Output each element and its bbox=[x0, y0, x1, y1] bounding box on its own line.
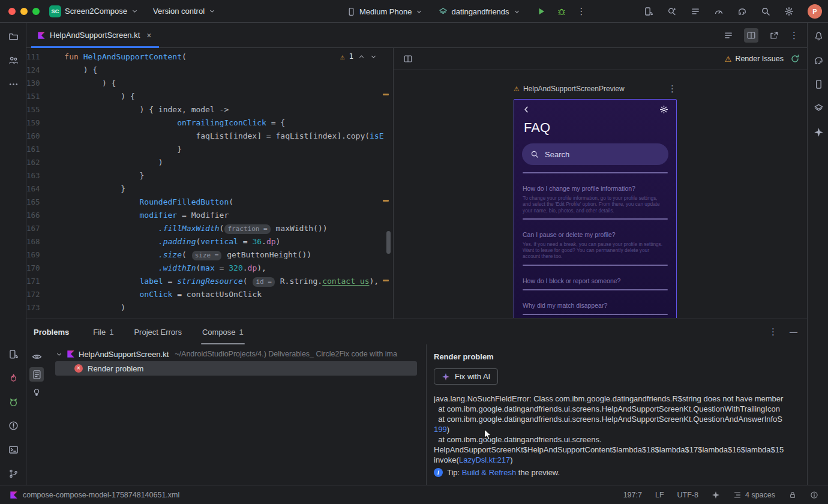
gemini-tool-icon[interactable] bbox=[811, 125, 826, 139]
render-issues-widget[interactable]: ⚠ Render Issues bbox=[725, 55, 784, 63]
preview-card-title[interactable]: ⚠ HelpAndSupportScreenPreview ⋮ bbox=[514, 83, 677, 94]
code-line[interactable]: 155 ) { index, model -> bbox=[26, 103, 393, 116]
line-separator[interactable]: LF bbox=[655, 491, 664, 499]
editor-list-icon[interactable] bbox=[721, 28, 736, 43]
faq-item[interactable]: How do I change my profile information?T… bbox=[523, 173, 668, 220]
code-line[interactable]: 167 .fillMaxWidth(fraction = maxWidth()) bbox=[26, 222, 393, 235]
panel-more-icon[interactable]: ⋮ bbox=[769, 326, 778, 337]
problems-tool-icon[interactable] bbox=[6, 418, 20, 433]
gradle-tool-icon[interactable] bbox=[811, 53, 826, 67]
build-menu-icon[interactable] bbox=[691, 7, 700, 16]
view-options-eye-icon[interactable] bbox=[29, 349, 44, 364]
code-line[interactable]: 124 ) { bbox=[26, 64, 393, 77]
code-line[interactable]: 173 ) bbox=[26, 301, 393, 314]
minimize-window-button[interactable] bbox=[20, 8, 28, 15]
editor-pane[interactable]: 111 fun HelpAndSupportContent(124 ) {130… bbox=[26, 48, 393, 319]
settings-gear-icon[interactable] bbox=[659, 105, 668, 114]
ai-status-sparkle-icon[interactable] bbox=[712, 491, 720, 499]
gradle-sync-icon[interactable] bbox=[737, 7, 747, 16]
split-editor-icon[interactable] bbox=[744, 28, 758, 43]
close-tab-icon[interactable]: × bbox=[146, 31, 151, 40]
prev-warning-icon[interactable] bbox=[358, 53, 365, 61]
user-avatar[interactable]: P bbox=[808, 4, 822, 19]
panel-minimize-icon[interactable]: — bbox=[790, 328, 797, 337]
logcat-icon[interactable] bbox=[6, 395, 20, 409]
device-selector[interactable]: Medium Phone bbox=[347, 7, 423, 16]
caret-position[interactable]: 197:7 bbox=[623, 491, 642, 499]
problems-error-row[interactable]: × Render problem bbox=[55, 361, 417, 376]
file-encoding[interactable]: UTF-8 bbox=[677, 491, 698, 499]
detach-editor-icon[interactable] bbox=[767, 28, 781, 43]
tab-project-errors[interactable]: Project Errors bbox=[133, 319, 182, 344]
next-warning-icon[interactable] bbox=[370, 53, 377, 61]
app-quality-insights-icon[interactable] bbox=[6, 371, 20, 385]
info-circle-icon[interactable] bbox=[810, 491, 818, 499]
faq-item[interactable]: Can I pause or delete my profile?Yes. If… bbox=[523, 220, 668, 266]
project-tool-icon[interactable] bbox=[6, 29, 20, 43]
more-actions-icon[interactable]: ⋮ bbox=[577, 6, 586, 17]
warning-stripe-mark[interactable] bbox=[383, 200, 389, 202]
code-line[interactable]: 130 ) { bbox=[26, 77, 393, 90]
quick-fix-bulb-icon[interactable] bbox=[29, 385, 44, 400]
code-line[interactable]: 161 } bbox=[26, 143, 393, 156]
run-button[interactable] bbox=[536, 7, 546, 16]
code-line[interactable]: 170 .widthIn(max = 320.dp), bbox=[26, 262, 393, 275]
code-line[interactable]: 159 onTrailingIconClick = { bbox=[26, 116, 393, 130]
faq-search-bar[interactable]: Search bbox=[522, 143, 668, 165]
close-window-button[interactable] bbox=[8, 8, 16, 15]
settings-gear-icon[interactable] bbox=[784, 7, 794, 16]
code-line[interactable]: 172 onClick = contactUsOnClick bbox=[26, 288, 393, 301]
code-line[interactable]: 165 RoundedFilledButton( bbox=[26, 196, 393, 209]
code-line[interactable]: 151 ) { bbox=[26, 90, 393, 103]
editor-tab-active[interactable]: HelpAndSupportScreen.kt × bbox=[31, 23, 159, 48]
lock-icon[interactable] bbox=[788, 491, 797, 499]
search-everywhere-icon[interactable] bbox=[761, 7, 770, 16]
people-icon[interactable] bbox=[6, 53, 20, 67]
device-manager-icon[interactable] bbox=[811, 77, 826, 91]
indent-widget[interactable]: 4 spaces bbox=[733, 491, 775, 499]
build-refresh-link[interactable]: Build & Refresh bbox=[462, 468, 516, 477]
stack-link[interactable]: LazyDsl.kt:217 bbox=[459, 455, 510, 464]
preview-canvas[interactable]: ⚠ HelpAndSupportScreenPreview ⋮ FAQ Sear… bbox=[394, 70, 807, 318]
notifications-bell-icon[interactable] bbox=[811, 29, 826, 43]
build-refresh-icon[interactable] bbox=[790, 54, 800, 64]
gemini-search-icon[interactable] bbox=[667, 7, 677, 16]
warning-stripe-mark[interactable] bbox=[383, 280, 389, 281]
profiler-icon[interactable] bbox=[714, 7, 724, 16]
vcs-widget[interactable]: Version control bbox=[153, 7, 216, 16]
code-line[interactable]: 168 .padding(vertical = 36.dp) bbox=[26, 235, 393, 248]
code-line[interactable]: 166 modifier = Modifier bbox=[26, 209, 393, 222]
code-line[interactable]: 164 } bbox=[26, 182, 393, 196]
running-devices-icon[interactable] bbox=[6, 347, 20, 361]
version-control-tool-icon[interactable] bbox=[6, 466, 20, 481]
back-icon[interactable] bbox=[522, 105, 531, 114]
faq-item[interactable]: Why did my match disappear? bbox=[523, 290, 668, 315]
build-variants-icon[interactable] bbox=[811, 101, 826, 115]
tab-compose[interactable]: Compose 1 bbox=[201, 319, 245, 344]
editor-scrollbar[interactable] bbox=[386, 231, 391, 254]
device-mirroring-icon[interactable] bbox=[644, 7, 653, 16]
code-line[interactable]: 171 label = stringResource( id = R.strin… bbox=[26, 275, 393, 288]
tab-file[interactable]: File 1 bbox=[92, 319, 115, 344]
fix-with-ai-button[interactable]: Fix with AI bbox=[434, 368, 498, 385]
run-configuration-selector[interactable]: datingandfriends bbox=[439, 7, 520, 16]
code-line[interactable]: 111 fun HelpAndSupportContent( bbox=[26, 50, 393, 64]
faq-item[interactable]: How do I block or report someone? bbox=[523, 266, 668, 290]
preview-layout-icon[interactable] bbox=[401, 52, 415, 66]
code-line[interactable]: 162 ) bbox=[26, 156, 393, 169]
more-tool-windows-icon[interactable] bbox=[6, 77, 20, 91]
editor-inspection-widget[interactable]: ⚠ 1 bbox=[340, 52, 377, 61]
editor-more-icon[interactable]: ⋮ bbox=[790, 30, 799, 41]
code-line[interactable]: 163 } bbox=[26, 169, 393, 182]
zoom-window-button[interactable] bbox=[32, 8, 40, 15]
warning-stripe-mark[interactable] bbox=[383, 94, 389, 95]
stack-link[interactable]: 199 bbox=[434, 425, 447, 434]
project-widget[interactable]: SC Screen2Compose bbox=[49, 5, 139, 17]
problems-file-row[interactable]: HelpAndSupportScreen.kt ~/AndroidStudioP… bbox=[47, 347, 426, 361]
preview-more-icon[interactable]: ⋮ bbox=[668, 83, 677, 94]
terminal-tool-icon[interactable] bbox=[6, 442, 20, 457]
code-line[interactable]: 160 faqList[index] = faqList[index].copy… bbox=[26, 130, 393, 143]
code-line[interactable]: 169 .size( size = getButtonHeight()) bbox=[26, 248, 393, 262]
details-view-icon[interactable] bbox=[29, 367, 44, 382]
debug-button[interactable] bbox=[557, 7, 566, 16]
